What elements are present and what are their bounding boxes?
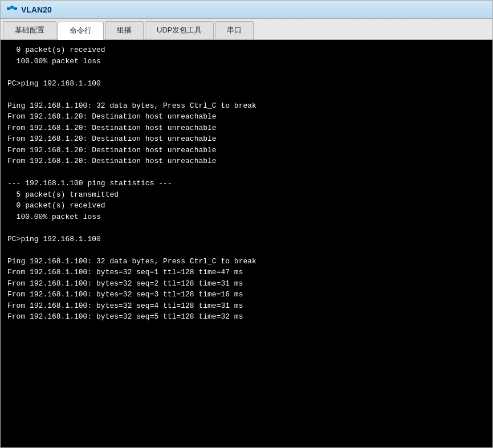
terminal-line: 5 packet(s) transmitted <box>7 189 486 201</box>
terminal-line: From 192.168.1.100: bytes=32 seq=4 ttl=1… <box>7 300 486 312</box>
terminal-line: From 192.168.1.100: bytes=32 seq=1 ttl=1… <box>7 267 486 278</box>
terminal-line <box>7 222 486 234</box>
terminal-line: From 192.168.1.20: Destination host unre… <box>7 133 486 145</box>
terminal-line: From 192.168.1.100: bytes=32 seq=2 ttl=1… <box>7 278 486 290</box>
network-icon <box>6 5 18 14</box>
terminal-line: From 192.168.1.100: bytes=32 seq=5 ttl=1… <box>7 311 486 323</box>
svg-rect-2 <box>10 6 14 8</box>
terminal-line: From 192.168.1.100: bytes=32 seq=3 ttl=1… <box>7 289 486 300</box>
tab-4[interactable]: 串口 <box>215 21 254 39</box>
terminal-line <box>7 167 486 178</box>
tab-3[interactable]: UDP发包工具 <box>145 21 214 39</box>
tab-0[interactable]: 基础配置 <box>3 21 56 39</box>
title-bar: VLAN20 <box>1 1 492 19</box>
terminal-line: 100.00% packet loss <box>7 211 486 223</box>
terminal-line: 0 packet(s) received <box>7 44 486 56</box>
main-window: VLAN20 基础配置命令行组播UDP发包工具串口 0 packet(s) re… <box>0 0 493 448</box>
terminal-line: 100.00% packet loss <box>7 56 486 67</box>
terminal-line: From 192.168.1.20: Destination host unre… <box>7 123 486 134</box>
tab-2[interactable]: 组播 <box>105 21 144 39</box>
terminal-line <box>7 67 486 78</box>
terminal-line <box>7 89 486 100</box>
terminal-line: PC>ping 192.168.1.100 <box>7 78 486 89</box>
terminal-line: From 192.168.1.20: Destination host unre… <box>7 156 486 167</box>
tab-bar: 基础配置命令行组播UDP发包工具串口 <box>1 19 492 40</box>
terminal-line: From 192.168.1.20: Destination host unre… <box>7 111 486 123</box>
terminal-line: From 192.168.1.20: Destination host unre… <box>7 145 486 156</box>
tab-1[interactable]: 命令行 <box>58 22 104 40</box>
terminal-line: 0 packet(s) received <box>7 200 486 211</box>
terminal-line <box>7 245 486 256</box>
terminal-output[interactable]: 0 packet(s) received 100.00% packet loss… <box>1 40 492 447</box>
terminal-line: --- 192.168.1.100 ping statistics --- <box>7 178 486 189</box>
window-title: VLAN20 <box>21 5 52 14</box>
terminal-line: Ping 192.168.1.100: 32 data bytes, Press… <box>7 256 486 267</box>
terminal-line: Ping 192.168.1.100: 32 data bytes, Press… <box>7 100 486 112</box>
terminal-line: PC>ping 192.168.1.100 <box>7 234 486 245</box>
